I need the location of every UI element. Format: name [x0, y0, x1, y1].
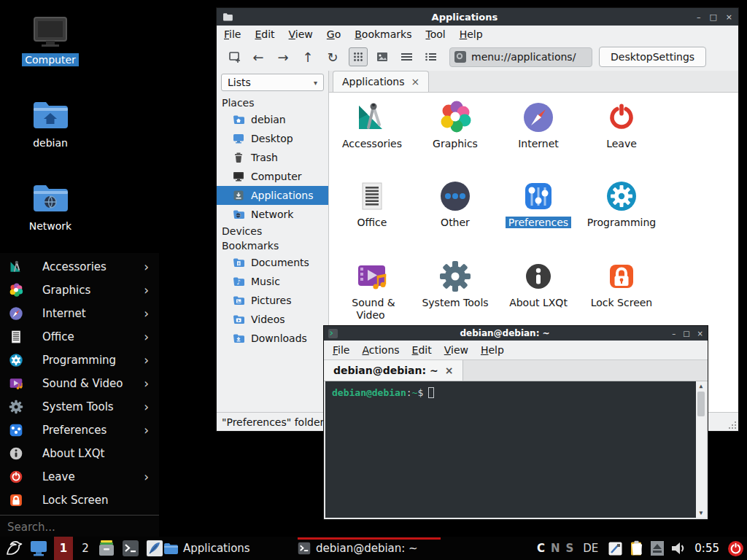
app-about-lxqt[interactable]: About LXQt — [498, 259, 578, 309]
text-editor-launcher[interactable] — [146, 540, 163, 557]
menu-item-leave[interactable]: Leave › — [0, 465, 159, 489]
app-accessories[interactable]: Accessories — [332, 100, 412, 150]
sidebar-mode-combo[interactable]: Lists ▾ — [221, 74, 324, 91]
terminal-maximize-button[interactable]: □ — [683, 330, 689, 338]
clock[interactable]: 0:55 — [694, 542, 719, 555]
tab-applications[interactable]: Applications × — [333, 71, 429, 92]
fm-menu-bookmarks[interactable]: Bookmarks — [355, 28, 411, 40]
menu-item-about-lxqt[interactable]: About LXQt — [0, 442, 159, 465]
up-icon[interactable]: ↑ — [299, 50, 317, 65]
resize-grip[interactable] — [735, 427, 736, 429]
sidebar-item-pictures[interactable]: Pictures — [217, 291, 328, 310]
compact-view-button[interactable] — [421, 47, 440, 66]
icon-view-button[interactable] — [349, 47, 368, 66]
forward-icon[interactable]: → — [274, 50, 292, 65]
terminal-menu-actions[interactable]: Actions — [362, 344, 399, 356]
sidebar-item-music[interactable]: ♪ Music — [217, 272, 328, 291]
fm-menu-tool[interactable]: Tool — [425, 28, 445, 40]
sidebar-item-applications[interactable]: Applications — [217, 186, 328, 205]
terminal-menu-edit[interactable]: Edit — [412, 344, 432, 356]
terminal-close-button[interactable]: × — [697, 330, 703, 338]
scroll-up-icon[interactable]: ▲ — [700, 381, 703, 391]
scroll-down-icon[interactable]: ▼ — [700, 508, 703, 518]
fm-titlebar[interactable]: Applications – □ × — [217, 8, 738, 26]
desktop-settings-button[interactable]: DesktopSettings — [599, 47, 706, 67]
sidebar-item-trash[interactable]: Trash — [217, 148, 328, 167]
scroll-lock-indicator[interactable]: S — [565, 542, 573, 555]
sidebar-item-debian[interactable]: debian — [217, 110, 328, 129]
app-sound-video[interactable]: Sound & Video — [332, 259, 412, 322]
thumbnail-view-button[interactable] — [373, 47, 392, 66]
leave-power-icon — [9, 470, 23, 484]
sidebar-item-documents[interactable]: Documents — [217, 253, 328, 272]
menu-item-sound-video[interactable]: Sound & Video › — [0, 372, 159, 395]
fm-menu-edit[interactable]: Edit — [255, 28, 274, 40]
app-programming[interactable]: Programming — [581, 179, 662, 229]
app-system-tools[interactable]: System Tools — [415, 259, 495, 309]
menu-item-preferences[interactable]: Preferences › — [0, 419, 159, 442]
detailed-list-view-button[interactable] — [397, 47, 416, 66]
new-tab-icon[interactable] — [225, 47, 244, 66]
sidebar-item-videos[interactable]: Videos — [217, 310, 328, 329]
app-lock-screen[interactable]: Lock Screen — [581, 259, 662, 309]
fm-close-button[interactable]: × — [726, 12, 732, 22]
screenshot-tray-icon[interactable] — [608, 541, 623, 556]
menu-item-lock-screen[interactable]: Lock Screen — [0, 489, 159, 512]
terminal-menu-file[interactable]: File — [333, 344, 349, 356]
fm-minimize-button[interactable]: – — [697, 12, 701, 22]
power-button[interactable] — [727, 540, 744, 557]
terminal-titlebar[interactable]: debian@debian: ~ – □ × — [324, 326, 708, 341]
fm-maximize-button[interactable]: □ — [709, 12, 716, 22]
menu-search-row[interactable] — [0, 515, 159, 540]
desktop-icon-computer[interactable]: Computer — [14, 16, 87, 66]
menu-item-office[interactable]: Office › — [0, 325, 159, 349]
tab-close-icon[interactable]: × — [445, 365, 454, 376]
menu-item-graphics[interactable]: Graphics › — [0, 279, 159, 302]
sidebar-item-computer[interactable]: Computer — [217, 167, 328, 186]
show-desktop-button[interactable] — [30, 540, 47, 556]
terminal-menu-help[interactable]: Help — [481, 344, 504, 356]
fm-menu-go[interactable]: Go — [327, 28, 341, 40]
desktop-icon-network[interactable]: Network — [14, 182, 87, 233]
address-bar[interactable]: menu://applications/ — [449, 47, 592, 67]
menu-item-internet[interactable]: Internet › — [0, 302, 159, 325]
clipboard-tray-icon[interactable] — [629, 540, 644, 556]
desktop-icon-debian[interactable]: debian — [14, 99, 87, 149]
terminal-screen[interactable]: debian@debian:~$ ▲ ▼ — [325, 381, 706, 518]
task-button-applications[interactable]: Applications — [163, 537, 250, 560]
terminal-minimize-button[interactable]: – — [672, 330, 676, 338]
keyboard-layout-indicator[interactable]: DE — [583, 542, 598, 555]
terminal-launcher[interactable] — [122, 540, 139, 557]
terminal-menu-view[interactable]: View — [444, 344, 468, 356]
app-leave[interactable]: Leave — [581, 100, 662, 150]
terminal-scrollbar[interactable]: ▲ ▼ — [696, 381, 706, 518]
volume-icon[interactable] — [670, 540, 686, 556]
sidebar-item-desktop[interactable]: Desktop — [217, 129, 328, 148]
removable-media-tray-icon[interactable] — [650, 540, 665, 556]
fm-menu-file[interactable]: File — [224, 28, 241, 40]
sidebar-item-downloads[interactable]: Downloads — [217, 329, 328, 348]
app-preferences[interactable]: Preferences — [498, 179, 578, 229]
fm-menu-help[interactable]: Help — [460, 28, 483, 40]
workspace-1-button[interactable]: 1 — [54, 537, 73, 560]
num-lock-indicator[interactable]: N — [551, 542, 560, 555]
tab-close-icon[interactable]: × — [411, 76, 420, 88]
app-office[interactable]: Office — [332, 179, 412, 229]
menu-item-system-tools[interactable]: System Tools › — [0, 395, 159, 419]
main-menu-button[interactable] — [4, 539, 23, 558]
reload-icon[interactable]: ↻ — [324, 50, 341, 65]
menu-item-programming[interactable]: Programming › — [0, 349, 159, 372]
terminal-tab[interactable]: debian@debian: ~ × — [324, 360, 463, 381]
back-icon[interactable]: ← — [249, 50, 267, 65]
workspace-2-button[interactable]: 2 — [80, 537, 91, 560]
file-manager-launcher[interactable] — [98, 540, 115, 557]
app-other[interactable]: Other — [415, 179, 495, 229]
sidebar-item-network[interactable]: Network — [217, 205, 328, 224]
app-internet[interactable]: Internet — [498, 100, 578, 150]
caps-lock-indicator[interactable]: C — [537, 542, 545, 555]
fm-menu-view[interactable]: View — [289, 28, 313, 40]
app-graphics[interactable]: Graphics — [415, 100, 495, 150]
scrollbar-thumb[interactable] — [697, 392, 705, 416]
menu-item-accessories[interactable]: Accessories › — [0, 255, 159, 279]
task-button-terminal[interactable]: debian@debian: ~ — [298, 537, 441, 560]
